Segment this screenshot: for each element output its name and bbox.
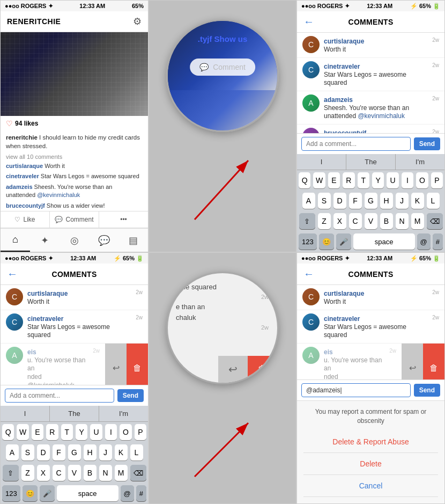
key-y[interactable]: Y [372,172,384,188]
zoom-delete-button[interactable]: 🗑 [248,356,277,383]
comment-username-3[interactable]: adamzeis [324,96,353,104]
key-4-l[interactable]: L [130,444,143,461]
key-4-w[interactable]: W [17,424,28,440]
key-g[interactable]: G [365,193,377,209]
key-4-j[interactable]: J [99,444,112,461]
key-v[interactable]: V [365,213,377,229]
key-at[interactable]: @ [417,233,431,250]
key-4-o[interactable]: O [120,424,131,440]
send-button-4[interactable]: Send [117,389,144,402]
zoom-reply-button[interactable]: ↩ [218,356,248,383]
key-4-b[interactable]: B [84,465,97,481]
key-s[interactable]: S [318,193,331,209]
suggestion-4-im[interactable]: I'm [99,406,148,421]
comment-username-1[interactable]: curtislaraque [324,38,364,45]
key-w[interactable]: W [313,172,325,188]
key-l[interactable]: L [427,193,440,209]
comment-username-6-3[interactable]: eis [324,348,333,356]
key-o[interactable]: O [416,172,428,188]
mention-link-3[interactable]: @kevinmichaluk [358,112,405,120]
back-arrow-6[interactable]: ← [303,268,314,280]
key-n[interactable]: N [396,213,409,229]
view-comments[interactable]: view all 10 comments [1,152,148,161]
comment-username-4-2[interactable]: cinetraveler [27,315,63,323]
delete-report-abuse-button[interactable]: Delete & Report Abuse [303,431,438,453]
key-4-shift[interactable]: ⇧ [3,465,19,481]
key-f[interactable]: F [349,193,362,209]
suggestion-im[interactable]: I'm [396,154,444,170]
key-4-mic[interactable]: 🎤 [40,485,55,501]
key-hash[interactable]: # [433,233,443,250]
key-4-z[interactable]: Z [21,465,34,481]
key-mic[interactable]: 🎤 [336,233,351,250]
comment-username-2[interactable]: cinetraveler [324,63,360,70]
key-h[interactable]: H [380,193,393,209]
key-a[interactable]: A [302,193,315,209]
key-4-hash[interactable]: # [136,485,146,501]
suggestion-4-i[interactable]: I [1,406,50,421]
add-comment-input-3[interactable] [301,137,411,151]
key-4-i[interactable]: I [105,424,117,440]
key-4-p[interactable]: P [135,424,146,440]
comment-user-4[interactable]: brucecountyjf [6,202,45,209]
swipe-reply-button-6[interactable]: ↩ [402,344,423,380]
key-4-x[interactable]: X [37,465,50,481]
key-4-y[interactable]: Y [76,424,87,440]
key-4-emoji[interactable]: 😊 [23,485,38,501]
key-4-g[interactable]: G [68,444,81,461]
key-4-s[interactable]: S [21,444,34,461]
comment-user-1[interactable]: curtislaraque [6,163,43,169]
send-button-3[interactable]: Send [414,137,440,150]
add-comment-input-6[interactable] [301,383,411,397]
suggestion-the[interactable]: The [346,154,396,170]
comment-button[interactable]: 💬 Comment [50,211,99,228]
key-b[interactable]: B [380,213,393,229]
key-u[interactable]: U [387,172,398,188]
key-q[interactable]: Q [299,172,310,188]
key-i[interactable]: I [402,172,413,188]
key-4-q[interactable]: Q [2,424,14,440]
comment-username-4[interactable]: brucecountyjf [324,129,366,133]
nav-camera[interactable]: ◎ [60,229,89,252]
delete-button[interactable]: Delete [303,453,438,475]
comment-username-4-1[interactable]: curtislaraque [27,290,68,297]
more-button[interactable]: ••• [99,211,148,228]
nav-activity[interactable]: 💬 [89,229,118,252]
heart-icon[interactable]: ♡ [6,119,13,128]
key-d[interactable]: D [333,193,346,209]
nav-profile[interactable]: ▤ [118,229,148,252]
key-4-a[interactable]: A [6,444,19,461]
key-p[interactable]: P [431,172,443,188]
key-r[interactable]: R [343,172,354,188]
key-4-k[interactable]: K [115,444,128,461]
key-c[interactable]: C [349,213,362,229]
key-4-t[interactable]: T [61,424,73,440]
key-4-f[interactable]: F [53,444,65,461]
key-backspace[interactable]: ⌫ [427,213,443,229]
key-123[interactable]: 123 [299,233,317,250]
key-4-backspace[interactable]: ⌫ [130,465,146,481]
comment-user-2[interactable]: cinetraveler [6,173,39,179]
comment-username-4-3[interactable]: eis [27,348,36,356]
add-comment-input-4[interactable] [5,389,114,403]
suggestion-i[interactable]: I [297,154,346,170]
key-4-r[interactable]: R [46,424,58,440]
key-4-h[interactable]: H [84,444,97,461]
key-space[interactable]: space [353,233,415,250]
swipe-delete-button-6[interactable]: 🗑 [423,344,444,380]
key-4-v[interactable]: V [68,465,81,481]
key-t[interactable]: T [358,172,369,188]
key-4-c[interactable]: C [53,465,65,481]
mention-link[interactable]: @kevinmichaluk [37,192,80,198]
send-button-6[interactable]: Send [414,384,440,397]
back-arrow-4[interactable]: ← [7,268,18,280]
suggestion-4-the[interactable]: The [50,406,99,421]
swipe-delete-button[interactable]: 🗑 [127,344,148,385]
key-shift[interactable]: ⇧ [299,213,315,229]
key-z[interactable]: Z [318,213,331,229]
nav-explore[interactable]: ✦ [30,229,60,252]
key-x[interactable]: X [333,213,346,229]
comment-user-3[interactable]: adamzeis [6,184,33,190]
key-j[interactable]: J [396,193,409,209]
like-button[interactable]: ♡ Like [1,211,50,228]
